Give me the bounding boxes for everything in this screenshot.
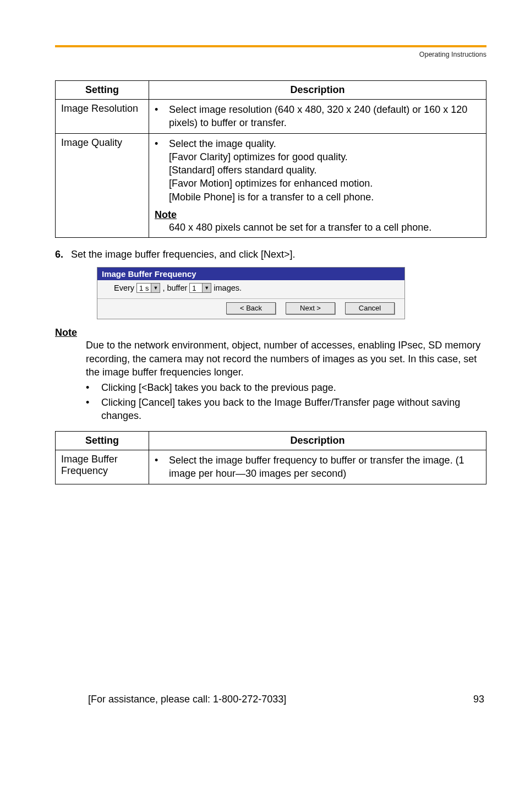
row-image-resolution-desc: • Select image resolution (640 x 480, 32…: [149, 100, 486, 134]
step-6-number: 6.: [55, 249, 63, 260]
note-bullet-1: Clicking [Cancel] takes you back to the …: [101, 396, 486, 423]
iq-line-4: [Mobile Phone] is for a transfer to a ce…: [169, 190, 374, 204]
settings-table-2: Setting Description Image Buffer Frequen…: [55, 431, 486, 484]
chevron-down-icon: ▼: [151, 284, 160, 292]
buffer-label: , buffer: [162, 284, 187, 292]
buffer-value: 1: [190, 284, 202, 292]
note-bullet-0: Clicking [<Back] takes you back to the p…: [101, 381, 336, 394]
images-label: images.: [214, 284, 242, 292]
col-setting: Setting: [56, 81, 149, 100]
doc-label: Operating Instructions: [55, 51, 486, 58]
iq-line-2: [Standard] offers standard quality.: [169, 164, 374, 177]
header-rule: [55, 45, 486, 47]
row-image-quality-desc: • Select the image quality. [Favor Clari…: [149, 133, 486, 238]
bullet-icon: •: [155, 103, 159, 130]
note-heading: Note: [155, 209, 480, 221]
bullet-icon: •: [155, 137, 159, 204]
dialog-title: Image Buffer Frequency: [97, 268, 404, 280]
bullet-icon: •: [86, 396, 90, 423]
col-description: Description: [149, 81, 486, 100]
col-description-2: Description: [149, 432, 486, 450]
cancel-button[interactable]: Cancel: [345, 302, 395, 314]
col-setting-2: Setting: [56, 432, 149, 450]
settings-table-1: Setting Description Image Resolution • S…: [55, 80, 486, 238]
row-ibf-setting: Image Buffer Frequency: [56, 450, 149, 484]
every-dropdown[interactable]: 1 s ▼: [136, 283, 160, 293]
note-paragraph: Due to the network environment, object, …: [86, 339, 486, 379]
row-image-resolution-setting: Image Resolution: [56, 100, 149, 134]
buffer-dropdown[interactable]: 1 ▼: [189, 283, 211, 293]
bullet-icon: •: [155, 454, 159, 481]
step-6-text: Set the image buffer frequencies, and cl…: [71, 249, 295, 260]
iq-line-0: Select the image quality.: [169, 137, 374, 150]
back-button[interactable]: < Back: [226, 302, 276, 314]
page-number: 93: [473, 694, 484, 705]
chevron-down-icon: ▼: [202, 284, 211, 292]
iq-line-1: [Favor Clarity] optimizes for good quali…: [169, 150, 374, 164]
image-resolution-text: Select image resolution (640 x 480, 320 …: [169, 103, 480, 130]
footer-assist: [For assistance, please call: 1-800-272-…: [88, 694, 286, 705]
ibf-text: Select the image buffer frequency to buf…: [169, 454, 480, 481]
note-heading-2: Note: [55, 327, 486, 339]
iq-line-3: [Favor Motion] optimizes for enhanced mo…: [169, 177, 374, 190]
image-buffer-frequency-dialog: Image Buffer Frequency Every 1 s ▼ , buf…: [97, 267, 405, 319]
row-ibf-desc: • Select the image buffer frequency to b…: [149, 450, 486, 484]
every-value: 1 s: [137, 284, 151, 292]
row-image-quality-setting: Image Quality: [56, 133, 149, 238]
every-label: Every: [114, 284, 134, 292]
next-button[interactable]: Next >: [286, 302, 335, 314]
note-text: 640 x 480 pixels cannot be set for a tra…: [169, 221, 480, 234]
bullet-icon: •: [86, 381, 90, 394]
